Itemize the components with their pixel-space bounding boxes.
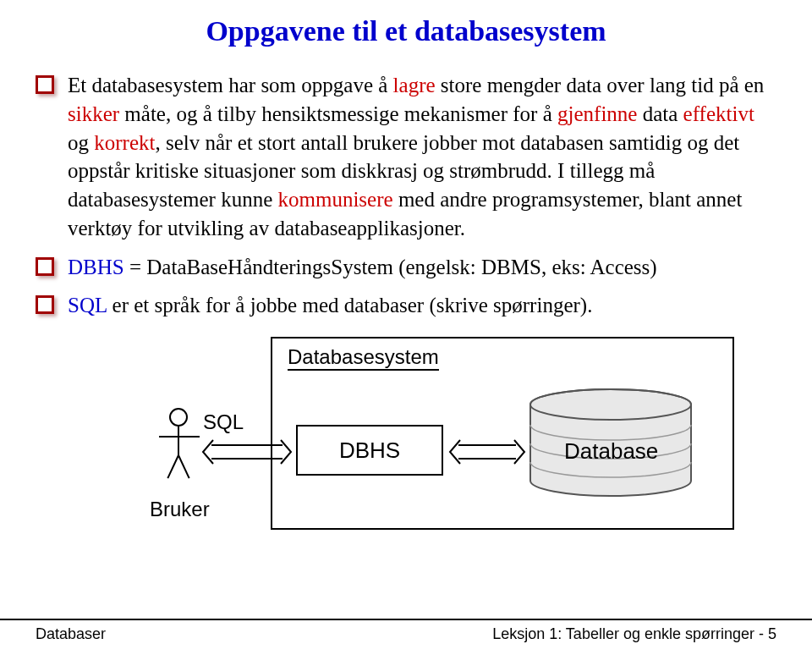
footer-left: Databaser — [36, 625, 106, 643]
kw-korrekt: korrekt — [94, 131, 155, 154]
checkbox-icon — [36, 257, 54, 276]
content-area: Et databasesystem har som oppgave å lagr… — [0, 71, 812, 537]
footer-right: Leksjon 1: Tabeller og enkle spørringer … — [492, 625, 776, 643]
bullet-1: Et databasesystem har som oppgave å lagr… — [36, 71, 776, 243]
kw-kommunisere: kommunisere — [278, 188, 393, 211]
t: måte, og å tilby hensiktsmessige mekanis… — [119, 102, 557, 125]
diagram: Databasesystem SQL Bruker DBHS — [154, 330, 729, 537]
t: er et språk for å jobbe med databaser (s… — [107, 294, 592, 316]
t: og — [68, 131, 94, 154]
sql-label: SQL — [203, 410, 244, 434]
user-icon — [159, 408, 188, 457]
t: Et databasesystem har som oppgave å — [68, 74, 393, 96]
t: data — [637, 102, 683, 125]
kw-lagre: lagre — [393, 74, 436, 96]
kw-effektivt: effektivt — [683, 102, 754, 125]
bullet-2: DBHS = DataBaseHåndteringsSystem (engels… — [36, 253, 776, 282]
bullet-1-text: Et databasesystem har som oppgave å lagr… — [68, 71, 776, 243]
t: store mengder data over lang tid på en — [436, 74, 765, 96]
t: = DataBaseHåndteringsSystem (engelsk: DB… — [124, 256, 657, 278]
databasesystem-label: Databasesystem — [288, 345, 439, 371]
database-label: Database — [564, 438, 658, 465]
dbhs-box: DBHS — [296, 425, 443, 476]
slide-title: Oppgavene til et databasesystem — [0, 15, 812, 47]
bullet-3-text: SQL er et språk for å jobbe med database… — [68, 291, 592, 320]
kw-sql: SQL — [68, 294, 107, 316]
bullet-3: SQL er et språk for å jobbe med database… — [36, 291, 776, 320]
bruker-label: Bruker — [150, 498, 210, 521]
kw-sikker: sikker — [68, 102, 119, 125]
kw-gjenfinne: gjenfinne — [557, 102, 637, 125]
footer: Databaser Leksjon 1: Tabeller og enkle s… — [0, 619, 812, 655]
kw-dbhs: DBHS — [68, 256, 124, 278]
bullet-2-text: DBHS = DataBaseHåndteringsSystem (engels… — [68, 253, 657, 282]
arrow-bruker-dbhs — [201, 437, 293, 467]
arrow-dbhs-database — [448, 437, 526, 467]
dbhs-label: DBHS — [339, 438, 400, 464]
checkbox-icon — [36, 295, 54, 314]
checkbox-icon — [36, 75, 54, 94]
